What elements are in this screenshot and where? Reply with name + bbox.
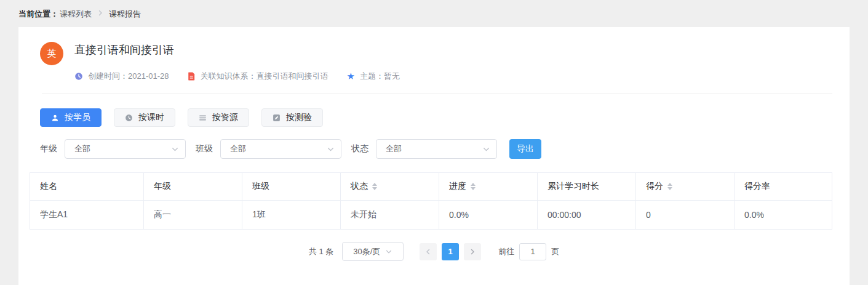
page-size-value: 30条/页 — [353, 246, 380, 257]
chevron-down-icon — [327, 145, 335, 153]
goto-page-input[interactable] — [519, 243, 546, 260]
edit-square-icon — [273, 114, 281, 122]
course-header: 英 直接引语和间接引语 创建时间： 2021-01-28 关联知识体系： 直接引… — [18, 42, 850, 82]
created-time-label: 创建时间： — [88, 71, 128, 82]
chevron-right-icon — [97, 9, 104, 17]
class-filter: 班级 全部 — [196, 139, 341, 159]
column-header-score[interactable]: 得分 — [636, 173, 735, 201]
goto-label: 前往 — [498, 246, 514, 257]
topic-value: 暂无 — [384, 71, 400, 82]
tab-label: 按测验 — [286, 112, 312, 123]
cell-score-rate: 0.0% — [735, 201, 832, 230]
chevron-right-icon — [469, 248, 476, 255]
clock-icon — [125, 114, 133, 122]
column-header-score-rate: 得分率 — [735, 173, 832, 201]
cell-name: 学生A1 — [30, 201, 144, 230]
status-select[interactable]: 全部 — [376, 139, 497, 159]
goto-suffix: 页 — [551, 246, 559, 257]
knowledge-system-value: 直接引语和间接引语 — [257, 71, 328, 82]
page-title: 直接引语和间接引语 — [74, 42, 418, 58]
class-select[interactable]: 全部 — [220, 139, 341, 159]
breadcrumb: 当前位置： 课程列表 课程报告 — [0, 0, 868, 27]
document-icon — [188, 72, 196, 81]
tab-by-resource[interactable]: 按资源 — [188, 108, 249, 127]
course-meta: 创建时间： 2021-01-28 关联知识体系： 直接引语和间接引语 ★ 主题：… — [74, 71, 418, 82]
status-filter: 状态 全部 — [351, 139, 497, 159]
cell-progress: 0.0% — [439, 201, 538, 230]
page-number-1[interactable]: 1 — [442, 243, 459, 260]
tab-by-lesson[interactable]: 按课时 — [114, 108, 175, 127]
tab-by-student[interactable]: 按学员 — [40, 108, 102, 127]
column-header-progress[interactable]: 进度 — [439, 173, 538, 201]
column-header-status[interactable]: 状态 — [341, 173, 439, 201]
tab-label: 按学员 — [65, 112, 90, 123]
chevron-down-icon — [385, 248, 392, 255]
next-page-button[interactable] — [464, 243, 481, 260]
cell-study-time: 00:00:00 — [538, 201, 636, 230]
pagination: 共 1 条 30条/页 1 前往 页 — [18, 242, 850, 261]
breadcrumb-label: 当前位置： — [18, 9, 58, 20]
tab-label: 按资源 — [212, 112, 238, 123]
class-filter-label: 班级 — [196, 143, 213, 155]
list-icon — [199, 114, 207, 122]
column-header-class: 班级 — [242, 173, 341, 201]
report-tabs: 按学员 按课时 按资源 按测验 — [40, 108, 850, 127]
knowledge-system-label: 关联知识体系： — [201, 71, 257, 82]
course-info: 直接引语和间接引语 创建时间： 2021-01-28 关联知识体系： 直接引语和… — [74, 42, 418, 82]
chevron-down-icon — [482, 145, 490, 153]
status-select-value: 全部 — [386, 143, 402, 155]
clock-icon — [74, 72, 83, 81]
topic-label: 主题： — [360, 71, 384, 82]
created-time-value: 2021-01-28 — [128, 71, 169, 82]
cell-class: 1班 — [242, 201, 341, 230]
divider — [42, 94, 832, 94]
prev-page-button[interactable] — [420, 243, 437, 260]
sort-icon[interactable] — [471, 183, 476, 190]
grade-filter-label: 年级 — [40, 143, 57, 155]
breadcrumb-item-course-list[interactable]: 课程列表 — [60, 9, 92, 20]
student-report-table: 姓名 年级 班级 状态 进度 累计学习时长 得分 得分率 学生A1 高一 1班 … — [30, 172, 832, 230]
knowledge-system-meta: 关联知识体系： 直接引语和间接引语 — [188, 71, 328, 82]
column-header-study-time: 累计学习时长 — [538, 173, 636, 201]
grade-filter: 年级 全部 — [40, 139, 186, 159]
total-count: 共 1 条 — [309, 246, 333, 257]
column-header-name: 姓名 — [30, 173, 144, 201]
export-button[interactable]: 导出 — [509, 139, 541, 159]
user-icon — [51, 114, 59, 122]
tab-label: 按课时 — [138, 112, 164, 123]
status-filter-label: 状态 — [351, 143, 368, 155]
sort-icon[interactable] — [372, 183, 377, 190]
filter-bar: 年级 全部 班级 全部 状态 全部 — [40, 139, 831, 159]
breadcrumb-item-course-report: 课程报告 — [109, 9, 141, 20]
class-select-value: 全部 — [230, 143, 246, 155]
tab-by-quiz[interactable]: 按测验 — [261, 108, 323, 127]
sort-icon[interactable] — [667, 183, 672, 190]
created-time-meta: 创建时间： 2021-01-28 — [74, 71, 169, 82]
cell-grade: 高一 — [144, 201, 242, 230]
table-row: 学生A1 高一 1班 未开始 0.0% 00:00:00 0 0.0% — [30, 201, 832, 230]
star-icon: ★ — [347, 72, 355, 81]
column-header-grade: 年级 — [144, 173, 242, 201]
cell-status: 未开始 — [341, 201, 439, 230]
grade-select-value: 全部 — [74, 143, 90, 155]
topic-meta: ★ 主题： 暂无 — [347, 71, 400, 82]
table-header-row: 姓名 年级 班级 状态 进度 累计学习时长 得分 得分率 — [30, 173, 832, 201]
course-report-card: 英 直接引语和间接引语 创建时间： 2021-01-28 关联知识体系： 直接引… — [18, 27, 850, 285]
cell-score: 0 — [636, 201, 735, 230]
chevron-left-icon — [424, 248, 432, 255]
chevron-down-icon — [171, 145, 179, 153]
page-size-select[interactable]: 30条/页 — [342, 242, 404, 261]
grade-select[interactable]: 全部 — [65, 139, 186, 159]
subject-badge: 英 — [40, 42, 63, 65]
